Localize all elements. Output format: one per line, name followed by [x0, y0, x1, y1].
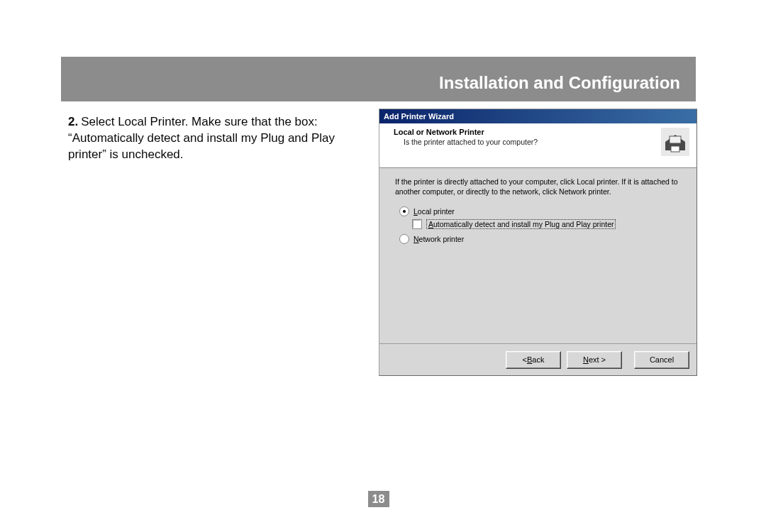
- instruction-step-2: 2.Select Local Printer. Make sure that t…: [68, 114, 373, 163]
- dialog-button-bar: < Back Next > Cancel: [379, 343, 696, 375]
- page-number: 18: [368, 491, 389, 507]
- radio-icon: [399, 234, 409, 244]
- checkbox-label: Automatically detect and install my Plug…: [426, 219, 616, 229]
- radio-network-printer[interactable]: Network printer: [399, 234, 685, 244]
- chapter-header: Installation and Configuration: [61, 57, 696, 101]
- back-button[interactable]: < Back: [506, 351, 561, 369]
- dialog-title: Add Printer Wizard: [384, 112, 454, 121]
- radio-label: Local printer: [413, 207, 455, 216]
- step-text: Select Local Printer. Make sure that the…: [68, 115, 335, 161]
- dialog-subheader: Local or Network Printer Is the printer …: [379, 123, 696, 168]
- subheader-question: Is the printer attached to your computer…: [404, 138, 654, 146]
- dialog-content: If the printer is directly attached to y…: [379, 168, 696, 244]
- checkbox-icon: [412, 219, 422, 229]
- subheader-title: Local or Network Printer: [394, 128, 654, 136]
- radio-local-printer[interactable]: Local printer: [399, 206, 685, 216]
- chapter-title: Installation and Configuration: [439, 73, 680, 93]
- step-number: 2.: [68, 115, 78, 128]
- radio-label: Network printer: [413, 235, 464, 243]
- dialog-title-bar: Add Printer Wizard: [379, 109, 696, 123]
- checkbox-auto-detect[interactable]: Automatically detect and install my Plug…: [412, 219, 685, 229]
- dialog-description: If the printer is directly attached to y…: [395, 177, 685, 196]
- svg-rect-1: [670, 136, 681, 143]
- svg-rect-2: [671, 146, 679, 152]
- cancel-button[interactable]: Cancel: [634, 351, 689, 369]
- add-printer-wizard-dialog: Add Printer Wizard Local or Network Prin…: [379, 109, 697, 376]
- page-number-container: 18: [61, 491, 696, 507]
- printer-icon: [661, 128, 689, 156]
- next-button[interactable]: Next >: [567, 351, 622, 369]
- radio-icon: [399, 206, 409, 216]
